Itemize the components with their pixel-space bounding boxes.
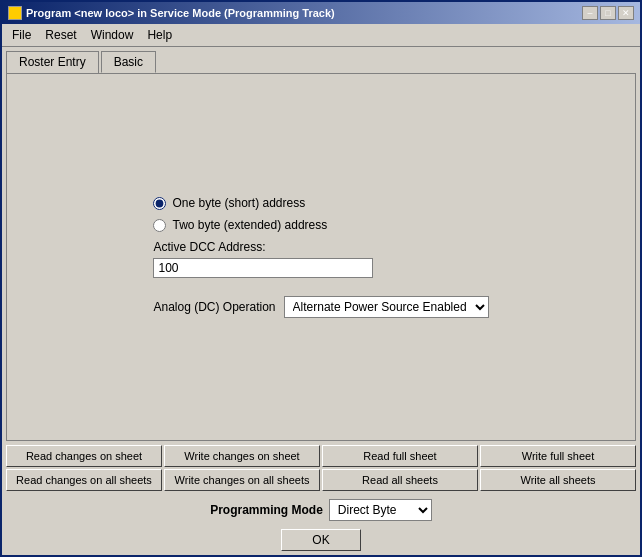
- title-buttons: – □ ✕: [582, 6, 634, 20]
- write-all-sheets-button[interactable]: Write all sheets: [480, 469, 636, 491]
- menu-file[interactable]: File: [6, 26, 37, 44]
- window-icon: [8, 6, 22, 20]
- radio-two-byte-label: Two byte (extended) address: [172, 218, 327, 232]
- read-changes-all-sheets-button[interactable]: Read changes on all sheets: [6, 469, 162, 491]
- window-title: Program <new loco> in Service Mode (Prog…: [26, 7, 335, 19]
- menu-bar: File Reset Window Help: [2, 24, 640, 47]
- programming-mode-row: Programming Mode Direct Byte Paged Regis…: [2, 495, 640, 525]
- menu-reset[interactable]: Reset: [39, 26, 82, 44]
- tab-content: One byte (short) address Two byte (exten…: [6, 73, 636, 441]
- radio-one-byte-row: One byte (short) address: [153, 196, 305, 210]
- bottom-buttons: Read changes on sheet Write changes on s…: [2, 441, 640, 495]
- read-changes-on-sheet-button[interactable]: Read changes on sheet: [6, 445, 162, 467]
- write-full-sheet-button[interactable]: Write full sheet: [480, 445, 636, 467]
- radio-one-byte[interactable]: [153, 197, 166, 210]
- tab-bar: Roster Entry Basic: [2, 47, 640, 73]
- radio-two-byte-row: Two byte (extended) address: [153, 218, 327, 232]
- tab-basic[interactable]: Basic: [101, 51, 156, 73]
- form-section: One byte (short) address Two byte (exten…: [153, 196, 488, 318]
- active-dcc-input[interactable]: [153, 258, 373, 278]
- read-full-sheet-button[interactable]: Read full sheet: [322, 445, 478, 467]
- minimize-button[interactable]: –: [582, 6, 598, 20]
- menu-window[interactable]: Window: [85, 26, 140, 44]
- radio-two-byte[interactable]: [153, 219, 166, 232]
- ok-button[interactable]: OK: [281, 529, 360, 551]
- active-dcc-field: Active DCC Address:: [153, 240, 373, 278]
- radio-one-byte-label: One byte (short) address: [172, 196, 305, 210]
- title-bar-left: Program <new loco> in Service Mode (Prog…: [8, 6, 335, 20]
- tab-roster-entry[interactable]: Roster Entry: [6, 51, 99, 73]
- ok-row: OK: [2, 525, 640, 555]
- maximize-button[interactable]: □: [600, 6, 616, 20]
- active-dcc-label: Active DCC Address:: [153, 240, 373, 254]
- programming-mode-label: Programming Mode: [210, 503, 323, 517]
- programming-mode-select[interactable]: Direct Byte Paged Register Address Only: [329, 499, 432, 521]
- menu-help[interactable]: Help: [141, 26, 178, 44]
- button-row-2: Read changes on all sheets Write changes…: [6, 469, 636, 491]
- write-changes-all-sheets-button[interactable]: Write changes on all sheets: [164, 469, 320, 491]
- analog-label: Analog (DC) Operation: [153, 300, 275, 314]
- analog-dropdown-row: Analog (DC) Operation Alternate Power So…: [153, 296, 488, 318]
- title-bar: Program <new loco> in Service Mode (Prog…: [2, 2, 640, 24]
- read-all-sheets-button[interactable]: Read all sheets: [322, 469, 478, 491]
- analog-select[interactable]: Alternate Power Source Enabled Normal Di…: [284, 296, 489, 318]
- close-button[interactable]: ✕: [618, 6, 634, 20]
- main-window: Program <new loco> in Service Mode (Prog…: [0, 0, 642, 557]
- button-row-1: Read changes on sheet Write changes on s…: [6, 445, 636, 467]
- write-changes-on-sheet-button[interactable]: Write changes on sheet: [164, 445, 320, 467]
